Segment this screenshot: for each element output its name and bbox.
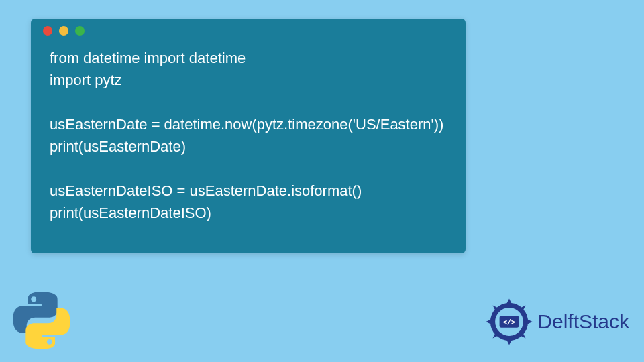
- brand-name: DelftStack: [537, 310, 629, 333]
- code-line: from datetime import datetime: [50, 50, 246, 66]
- close-icon[interactable]: [43, 26, 52, 36]
- code-line: print(usEasternDateISO): [50, 204, 211, 221]
- python-logo-icon: [11, 290, 72, 351]
- svg-text:</>: </>: [503, 318, 515, 326]
- maximize-icon[interactable]: [75, 26, 85, 36]
- code-window: from datetime import datetime import pyt…: [31, 19, 466, 253]
- delftstack-brand: </> DelftStack: [485, 298, 629, 346]
- delft-gear-icon: </>: [485, 298, 533, 346]
- code-content: from datetime import datetime import pyt…: [31, 43, 466, 237]
- code-line: usEasternDateISO = usEasternDate.isoform…: [50, 182, 362, 199]
- code-line: print(usEasternDate): [50, 138, 186, 155]
- code-line: usEasternDate = datetime.now(pytz.timezo…: [50, 116, 443, 133]
- minimize-icon[interactable]: [59, 26, 68, 36]
- window-titlebar: [31, 19, 466, 43]
- code-line: import pytz: [50, 72, 122, 88]
